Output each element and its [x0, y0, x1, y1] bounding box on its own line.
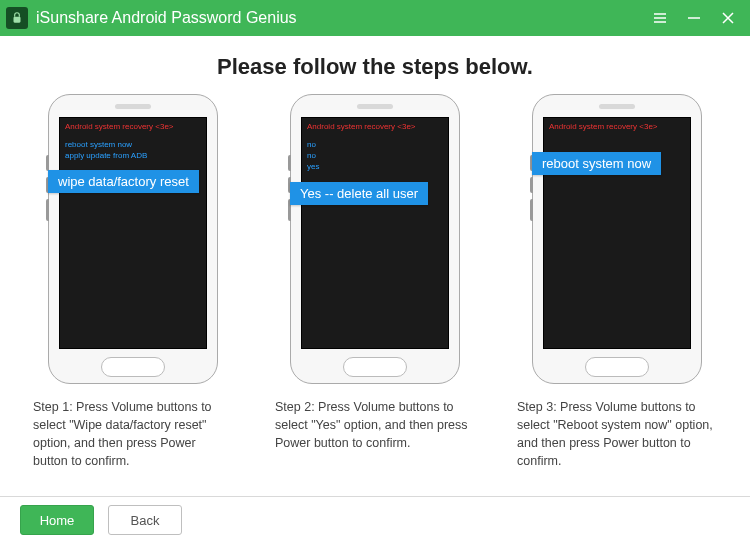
- phone-home-button: [101, 357, 165, 377]
- content-area: Please follow the steps below. Android s…: [0, 36, 750, 496]
- callout-label: Yes -- delete all user: [290, 182, 428, 205]
- phone-screen: Android system recovery <3e> no no yes Y…: [301, 117, 449, 349]
- phone-home-button: [343, 357, 407, 377]
- recovery-title: Android system recovery <3e>: [302, 118, 448, 133]
- callout-label: wipe data/factory reset: [48, 170, 199, 193]
- step-3: Android system recovery <3e> reboot syst…: [508, 94, 726, 471]
- recovery-line: no: [302, 139, 448, 150]
- menu-icon[interactable]: [652, 10, 668, 26]
- steps-row: Android system recovery <3e> reboot syst…: [24, 94, 726, 471]
- home-button[interactable]: Home: [20, 505, 94, 535]
- recovery-title: Android system recovery <3e>: [544, 118, 690, 133]
- app-logo: [6, 7, 28, 29]
- phone-illustration: Android system recovery <3e> no no yes Y…: [290, 94, 460, 384]
- phone-side-button: [530, 177, 533, 193]
- svg-rect-0: [14, 17, 21, 23]
- footer-bar: Home Back: [0, 496, 750, 543]
- phone-side-button: [530, 199, 533, 221]
- phone-screen: Android system recovery <3e> reboot syst…: [59, 117, 207, 349]
- page-heading: Please follow the steps below.: [24, 54, 726, 80]
- phone-side-button: [46, 155, 49, 171]
- phone-illustration: Android system recovery <3e> reboot syst…: [532, 94, 702, 384]
- step-caption: Step 3: Press Volume buttons to select "…: [517, 398, 717, 471]
- recovery-title: Android system recovery <3e>: [60, 118, 206, 133]
- callout-label: reboot system now: [532, 152, 661, 175]
- back-button[interactable]: Back: [108, 505, 182, 535]
- phone-screen: Android system recovery <3e> reboot syst…: [543, 117, 691, 349]
- app-title: iSunshare Android Password Genius: [36, 9, 652, 27]
- titlebar: iSunshare Android Password Genius: [0, 0, 750, 36]
- step-1: Android system recovery <3e> reboot syst…: [24, 94, 242, 471]
- step-caption: Step 1: Press Volume buttons to select "…: [33, 398, 233, 471]
- phone-side-button: [46, 199, 49, 221]
- recovery-line: yes: [302, 161, 448, 172]
- phone-illustration: Android system recovery <3e> reboot syst…: [48, 94, 218, 384]
- minimize-icon[interactable]: [686, 10, 702, 26]
- recovery-line: reboot system now: [60, 139, 206, 150]
- step-caption: Step 2: Press Volume buttons to select "…: [275, 398, 475, 452]
- window-controls: [652, 10, 742, 26]
- phone-home-button: [585, 357, 649, 377]
- close-icon[interactable]: [720, 10, 736, 26]
- phone-side-button: [288, 155, 291, 171]
- recovery-line: no: [302, 150, 448, 161]
- step-2: Android system recovery <3e> no no yes Y…: [266, 94, 484, 471]
- recovery-line: apply update from ADB: [60, 150, 206, 161]
